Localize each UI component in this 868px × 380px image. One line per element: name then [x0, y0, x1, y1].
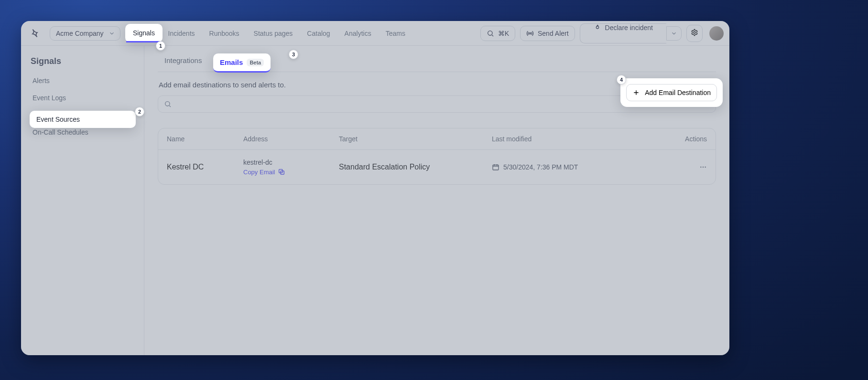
address-value: kestrel-dc: [243, 158, 339, 166]
search-icon: [164, 100, 172, 108]
nav-analytics[interactable]: Analytics: [342, 27, 374, 40]
nav-runbooks[interactable]: Runbooks: [206, 27, 242, 40]
beta-badge: Beta: [247, 59, 264, 66]
sidebar-item-alerts[interactable]: Alerts: [27, 72, 138, 89]
user-avatar[interactable]: [709, 26, 724, 41]
cell-address: kestrel-dc Copy Email: [243, 158, 339, 176]
declare-incident-label: Declare incident: [605, 24, 653, 32]
sidebar-item-label: Event Sources: [36, 116, 80, 123]
svg-point-0: [488, 31, 492, 35]
global-search[interactable]: ⌘K: [480, 26, 515, 41]
app-logo[interactable]: [29, 27, 41, 40]
tab-integrations[interactable]: Integrations: [158, 50, 208, 72]
col-address: Address: [243, 135, 339, 143]
table-header: Name Address Target Last modified Action…: [158, 128, 716, 150]
sidebar-title: Signals: [27, 54, 138, 72]
cell-name: Kestrel DC: [167, 163, 243, 171]
svg-point-2: [694, 32, 695, 33]
svg-point-3: [165, 102, 170, 106]
tab-label: Emails: [220, 58, 243, 66]
add-email-destination-button[interactable]: Add Email Destination: [626, 84, 717, 101]
primary-nav: Signals Incidents Runbooks Status pages …: [129, 27, 408, 40]
send-alert-button[interactable]: Send Alert: [520, 26, 575, 41]
copy-icon: [278, 168, 285, 176]
col-name: Name: [167, 135, 243, 143]
search-icon: [487, 30, 494, 37]
app-frame: Acme Company Signals Incidents Runbooks …: [21, 21, 729, 355]
nav-catalog[interactable]: Catalog: [304, 27, 333, 40]
declare-incident-dropdown[interactable]: [666, 26, 682, 41]
sidebar: Signals Alerts Event Logs Event Sources …: [21, 46, 144, 355]
tour-highlight-nav-signals[interactable]: Signals: [125, 24, 163, 42]
tour-step-badge-2: 2: [135, 107, 144, 116]
col-actions: Actions: [664, 135, 707, 143]
cell-target: Standard Escalation Policy: [339, 163, 492, 171]
copy-email-link[interactable]: Copy Email: [243, 168, 339, 176]
search-shortcut: ⌘K: [498, 30, 509, 37]
broadcast-icon: [526, 30, 534, 37]
tour-highlight-sidebar-event-sources[interactable]: Event Sources: [30, 111, 136, 128]
svg-point-8: [703, 167, 704, 168]
nav-status-pages[interactable]: Status pages: [251, 27, 296, 40]
svg-point-7: [700, 167, 701, 168]
svg-point-9: [705, 167, 705, 168]
cell-actions: [664, 163, 707, 171]
chevron-down-icon: [671, 30, 677, 37]
nav-signals-label: Signals: [126, 25, 162, 42]
nav-incidents[interactable]: Incidents: [165, 27, 198, 40]
sidebar-item-event-logs[interactable]: Event Logs: [27, 89, 138, 106]
tour-highlight-tab-emails[interactable]: Emails Beta: [213, 53, 271, 73]
flame-icon: [594, 24, 601, 32]
company-switcher[interactable]: Acme Company: [50, 26, 120, 41]
calendar-icon: [492, 163, 499, 171]
table-row: Kestrel DC kestrel-dc Copy Email Standar…: [158, 150, 716, 184]
declare-incident-group: Declare incident: [580, 23, 682, 43]
settings-button[interactable]: [686, 25, 703, 42]
declare-incident-button[interactable]: Declare incident: [580, 23, 666, 43]
tour-step-badge-3: 3: [289, 50, 298, 59]
chevron-down-icon: [108, 30, 115, 37]
last-modified-value: 5/30/2024, 7:36 PM MDT: [503, 163, 578, 171]
plus-icon: [632, 89, 640, 96]
tab-label: Integrations: [164, 56, 202, 64]
col-last-modified: Last modified: [492, 135, 664, 143]
gear-icon: [691, 29, 698, 36]
cell-last-modified: 5/30/2024, 7:36 PM MDT: [492, 163, 664, 171]
svg-rect-6: [493, 165, 499, 170]
tour-step-badge-1: 1: [156, 41, 165, 51]
email-destinations-table: Name Address Target Last modified Action…: [158, 128, 716, 185]
col-target: Target: [339, 135, 492, 143]
send-alert-label: Send Alert: [538, 30, 569, 37]
copy-email-label: Copy Email: [243, 169, 275, 176]
tour-step-badge-4: 4: [617, 75, 626, 84]
svg-point-1: [530, 32, 531, 34]
add-email-destination-label: Add Email Destination: [645, 89, 711, 96]
company-name: Acme Company: [56, 30, 104, 37]
tour-highlight-add-email-destination: Add Email Destination: [620, 78, 723, 107]
nav-teams[interactable]: Teams: [383, 27, 408, 40]
more-icon[interactable]: [699, 163, 707, 171]
